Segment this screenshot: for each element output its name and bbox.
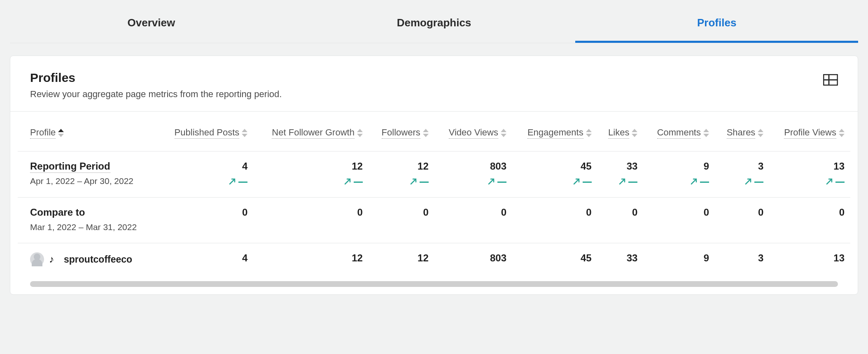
compare-published-posts: 0 (242, 207, 247, 218)
col-likes[interactable]: Likes (597, 112, 644, 151)
sort-icon[interactable] (586, 129, 592, 137)
reporting-profile-views: 13 (833, 161, 845, 172)
tiktok-icon: ♪ (49, 254, 59, 264)
col-engagements[interactable]: Engagements (512, 112, 597, 151)
top-tabs: Overview Demographics Profiles (10, 3, 858, 43)
reporting-comments: 9 (704, 161, 709, 172)
reporting-video-views: 803 (490, 161, 506, 172)
reporting-followers: 12 (418, 161, 429, 172)
avatar (30, 252, 44, 266)
compare-likes: 0 (632, 207, 637, 218)
reporting-period-range: Apr 1, 2022 – Apr 30, 2022 (30, 176, 152, 186)
reporting-net-follower-growth: 12 (352, 161, 363, 172)
col-comments[interactable]: Comments (643, 112, 715, 151)
tab-profiles[interactable]: Profiles (575, 3, 858, 43)
profile-comments: 9 (704, 252, 709, 263)
profile-name: sproutcoffeeco (64, 254, 132, 265)
trend-up-icon (775, 177, 845, 186)
tab-demographics[interactable]: Demographics (293, 3, 576, 43)
col-shares[interactable]: Shares (715, 112, 769, 151)
col-published-posts[interactable]: Published Posts (158, 112, 253, 151)
compare-engagements: 0 (586, 207, 591, 218)
compare-comments: 0 (704, 207, 709, 218)
sort-icon[interactable] (501, 129, 506, 137)
trend-up-icon (164, 177, 247, 186)
col-followers[interactable]: Followers (369, 112, 434, 151)
profile-engagements: 45 (581, 252, 592, 263)
trend-up-icon (440, 177, 506, 186)
reporting-engagements: 45 (581, 161, 592, 172)
reporting-likes: 33 (627, 161, 638, 172)
compare-followers: 0 (423, 207, 428, 218)
col-video-views[interactable]: Video Views (434, 112, 512, 151)
tab-overview[interactable]: Overview (10, 3, 293, 43)
trend-up-icon (374, 177, 429, 186)
sort-icon[interactable] (58, 129, 64, 137)
col-net-follower-growth[interactable]: Net Follower Growth (253, 112, 369, 151)
compare-range: Mar 1, 2022 – Mar 31, 2022 (30, 222, 152, 232)
col-profile[interactable]: Profile (18, 112, 158, 151)
table-row-profile[interactable]: ♪ sproutcoffeeco 4 12 12 803 45 33 9 3 1… (18, 243, 850, 277)
trend-up-icon (259, 177, 363, 186)
compare-net-follower-growth: 0 (357, 207, 363, 218)
trend-up-icon (518, 177, 592, 186)
profile-likes: 33 (627, 252, 638, 263)
reporting-shares: 3 (758, 161, 763, 172)
profile-video-views: 803 (490, 252, 506, 263)
reporting-published-posts: 4 (242, 161, 247, 172)
trend-up-icon (603, 177, 638, 186)
sort-icon[interactable] (357, 129, 363, 137)
table-row-compare: Compare to Mar 1, 2022 – Mar 31, 2022 0 … (18, 198, 850, 243)
trend-up-icon (649, 177, 709, 186)
reporting-period-label[interactable]: Reporting Period (30, 161, 110, 173)
trend-up-icon (721, 177, 763, 186)
sort-icon[interactable] (839, 129, 845, 137)
compare-label: Compare to (30, 207, 85, 218)
sort-icon[interactable] (242, 129, 247, 137)
table-view-icon[interactable] (823, 74, 838, 86)
sort-icon[interactable] (632, 129, 637, 137)
profile-shares: 3 (758, 252, 763, 263)
profile-net-follower-growth: 12 (352, 252, 363, 263)
col-profile-views[interactable]: Profile Views (769, 112, 850, 151)
profile-published-posts: 4 (242, 252, 247, 263)
table-row-reporting: Reporting Period Apr 1, 2022 – Apr 30, 2… (18, 151, 850, 198)
sort-icon[interactable] (703, 129, 709, 137)
profiles-table: Profile Published Posts Net Follower Gro… (18, 112, 850, 277)
sort-icon[interactable] (758, 129, 763, 137)
compare-video-views: 0 (501, 207, 506, 218)
compare-profile-views: 0 (839, 207, 845, 218)
card-subtitle: Review your aggregate page metrics from … (30, 89, 282, 100)
horizontal-scrollbar[interactable] (30, 281, 838, 287)
profiles-card: Profiles Review your aggregate page metr… (10, 56, 858, 295)
profile-profile-views: 13 (833, 252, 845, 263)
card-title: Profiles (30, 71, 282, 85)
compare-shares: 0 (758, 207, 763, 218)
profile-followers: 12 (418, 252, 429, 263)
sort-icon[interactable] (423, 129, 429, 137)
